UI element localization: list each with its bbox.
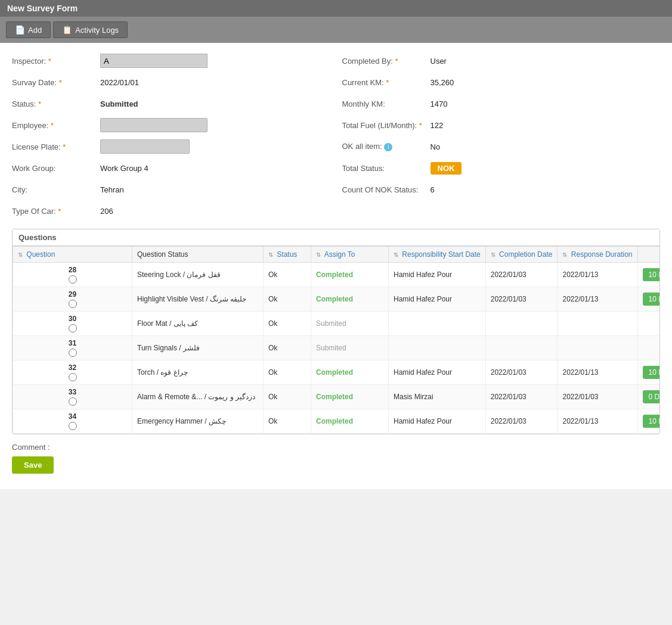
work-group-value: Work Group 4 — [100, 164, 148, 173]
save-button[interactable]: Save — [12, 456, 54, 474]
col-status[interactable]: Status — [264, 247, 311, 263]
duration-cell: 10 Day(s) — [637, 263, 659, 287]
question-cell: Turn Signals / فلشر — [132, 336, 264, 360]
question-status-cell: Ok — [264, 312, 311, 336]
row-num-cell: 34 — [13, 409, 132, 434]
question-cell: Alarm & Remote &... / دزدگیر و ریموت — [132, 385, 264, 409]
status-cell: Completed — [311, 287, 389, 312]
col-completion-date[interactable]: Completion Date — [485, 247, 558, 263]
total-status-row: Total Status: NOK — [342, 160, 661, 176]
start-date-cell: 2022/01/03 — [485, 263, 558, 287]
table-row: 30 Floor Mat / کف پایی Ok Submited − — [13, 312, 660, 336]
total-fuel-value: 122 — [431, 121, 444, 130]
status-cell: Submited — [311, 312, 389, 336]
col-question-status: Question Status — [132, 247, 264, 263]
activity-logs-button[interactable]: 📋 Activity Logs — [53, 21, 128, 38]
info-icon[interactable]: i — [384, 143, 392, 151]
employee-input[interactable] — [100, 118, 208, 132]
row-radio[interactable] — [69, 349, 77, 357]
col-response-duration[interactable]: Response Duration — [558, 247, 637, 263]
type-of-car-label: Type Of Car: * — [12, 207, 95, 216]
row-radio[interactable] — [69, 397, 77, 406]
right-column: Completed By: * User Current KM: * 35,26… — [342, 52, 661, 219]
assign-to-cell: Masis Mirzai — [389, 385, 486, 409]
start-date-cell: 2022/01/03 — [485, 409, 558, 434]
license-plate-label: License Plate: * — [12, 142, 95, 151]
row-radio[interactable] — [69, 324, 77, 332]
work-group-label: Work Group: — [12, 164, 95, 173]
status-required: * — [38, 99, 41, 108]
monthly-km-value: 1470 — [431, 99, 448, 108]
total-status-label: Total Status: — [342, 164, 426, 173]
ok-all-item-row: OK all item: i No — [342, 138, 661, 155]
col-question[interactable]: Question — [13, 247, 132, 263]
questions-table: Question Question Status Status Assign T… — [13, 246, 659, 434]
city-label: City: — [12, 185, 95, 194]
table-scroll[interactable]: Question Question Status Status Assign T… — [13, 246, 659, 434]
inspector-input[interactable] — [100, 54, 208, 68]
form-section: Inspector: * Survay Date: * 2022/01/01 S… — [12, 52, 660, 219]
current-km-required: * — [386, 78, 389, 87]
survey-date-row: Survay Date: * 2022/01/01 — [12, 74, 330, 91]
question-cell: Emergency Hammer / چکش — [132, 409, 264, 434]
completed-by-row: Completed By: * User — [342, 52, 661, 69]
assign-to-cell: Hamid Hafez Pour — [389, 287, 486, 312]
question-cell: Torch / چراغ قوه — [132, 360, 264, 385]
nok-badge: NOK — [431, 162, 462, 175]
question-cell: Floor Mat / کف پایی — [132, 312, 264, 336]
col-responsibility-start-date[interactable]: Responsibility Start Date — [389, 247, 486, 263]
row-num: 31 — [69, 339, 76, 347]
duration-button[interactable]: 10 Day(s) — [643, 415, 659, 428]
completion-date-cell — [558, 312, 637, 336]
question-status-cell: Ok — [264, 336, 311, 360]
activity-logs-label: Activity Logs — [75, 26, 119, 35]
license-plate-input[interactable] — [100, 139, 190, 154]
row-num: 28 — [69, 266, 76, 274]
question-cell: Highlight Visible Vest / جلیقه شرنگ — [132, 287, 264, 312]
current-km-row: Current KM: * 35,260 — [342, 74, 661, 91]
assign-to-cell: Hamid Hafez Pour — [389, 409, 486, 434]
row-radio[interactable] — [69, 373, 77, 381]
title-bar: New Survey Form — [0, 0, 672, 17]
col-assign-to[interactable]: Assign To — [311, 247, 389, 263]
ok-all-item-label: OK all item: i — [342, 142, 426, 151]
survey-date-required: * — [59, 78, 62, 87]
row-radio[interactable] — [69, 300, 77, 308]
row-radio[interactable] — [69, 422, 77, 430]
duration-cell: 0 Day(s) — [637, 385, 659, 409]
survey-date-value: 2022/01/01 — [100, 78, 139, 87]
row-num-cell: 29 — [13, 287, 132, 312]
add-label: Add — [28, 26, 42, 35]
question-status-cell: Ok — [264, 385, 311, 409]
duration-button[interactable]: 10 Day(s) — [643, 293, 659, 306]
inspector-row: Inspector: * — [12, 52, 330, 69]
completion-date-cell: 2022/01/13 — [558, 360, 637, 385]
start-date-cell — [485, 312, 558, 336]
completed-by-required: * — [395, 57, 398, 66]
question-status-cell: Ok — [264, 360, 311, 385]
monthly-km-row: Monthly KM: 1470 — [342, 95, 661, 112]
row-radio[interactable] — [69, 275, 77, 284]
count-nok-row: Count Of NOK Status: 6 — [342, 181, 661, 198]
monthly-km-label: Monthly KM: — [342, 99, 426, 108]
inspector-required: * — [48, 57, 51, 66]
add-button[interactable]: 📄 Add — [6, 21, 51, 38]
duration-cell: 10 Day(s) — [637, 360, 659, 385]
start-date-cell: 2022/01/03 — [485, 385, 558, 409]
row-num-cell: 28 — [13, 263, 132, 287]
activity-logs-icon: 📋 — [62, 25, 72, 35]
status-row: Status: * Submitted — [12, 95, 330, 112]
total-fuel-row: Total Fuel (Lit/Month): * 122 — [342, 117, 661, 133]
row-num: 32 — [69, 363, 76, 372]
duration-button[interactable]: 0 Day(s) — [643, 390, 659, 403]
type-of-car-required: * — [58, 207, 61, 216]
duration-button[interactable]: 10 Day(s) — [643, 268, 659, 281]
toolbar: 📄 Add 📋 Activity Logs — [0, 17, 672, 43]
duration-cell — [637, 312, 659, 336]
status-cell: Completed — [311, 360, 389, 385]
assign-to-cell: Hamid Hafez Pour — [389, 263, 486, 287]
duration-button[interactable]: 10 Day(s) — [643, 366, 659, 379]
current-km-value: 35,260 — [431, 78, 454, 87]
add-icon: 📄 — [15, 25, 25, 35]
status-value: Submitted — [100, 99, 138, 108]
